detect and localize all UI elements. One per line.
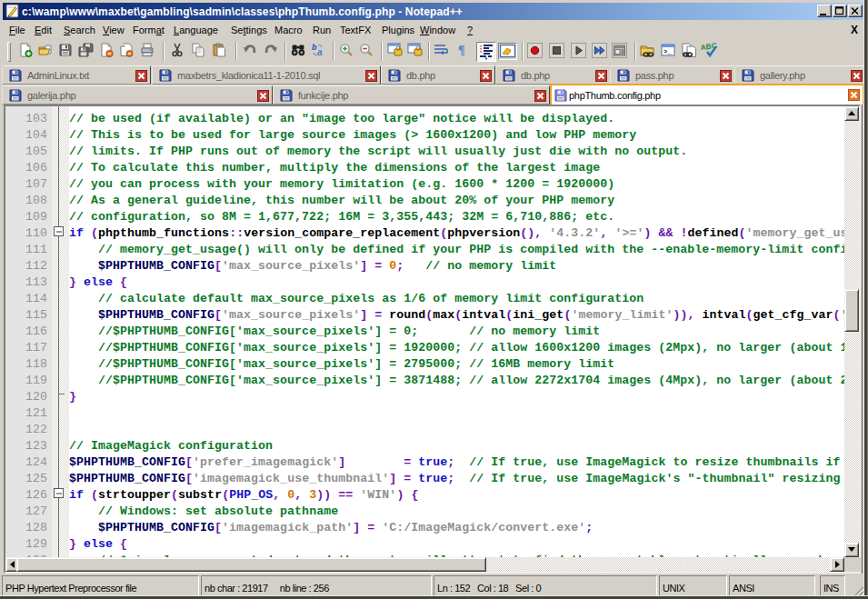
- svg-text:a: a: [317, 47, 323, 57]
- svg-text:¶: ¶: [458, 44, 465, 57]
- svg-text:>_: >_: [663, 48, 672, 55]
